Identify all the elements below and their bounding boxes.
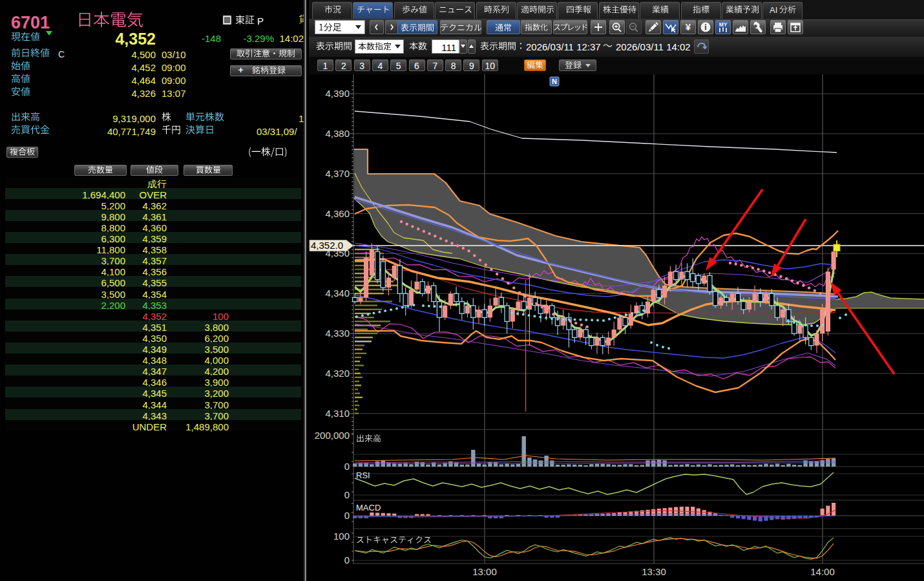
- svg-text:0: 0: [344, 510, 350, 521]
- svg-text:13:30: 13:30: [642, 566, 666, 577]
- svg-text:4,380: 4,380: [325, 128, 350, 139]
- svg-text:0: 0: [344, 555, 350, 565]
- svg-text:N: N: [552, 78, 557, 85]
- svg-text:200,000: 200,000: [315, 430, 350, 441]
- svg-text:4,360: 4,360: [325, 208, 350, 219]
- svg-text:4,320: 4,320: [325, 368, 350, 379]
- svg-text:4,340: 4,340: [325, 288, 350, 299]
- svg-text:14:00: 14:00: [810, 566, 835, 577]
- svg-text:4,350: 4,350: [325, 248, 350, 259]
- svg-text:100: 100: [333, 531, 350, 542]
- svg-text:4,370: 4,370: [325, 168, 350, 179]
- svg-text:¥: ¥: [686, 21, 691, 32]
- svg-text:0: 0: [344, 461, 350, 472]
- svg-text:4,310: 4,310: [325, 408, 350, 419]
- svg-text:0: 0: [344, 489, 350, 500]
- svg-text:4,330: 4,330: [325, 328, 350, 339]
- svg-text:13:00: 13:00: [472, 566, 497, 577]
- svg-text:MACD: MACD: [356, 503, 381, 512]
- svg-text:4,390: 4,390: [325, 88, 350, 99]
- svg-text:MY: MY: [719, 21, 728, 28]
- svg-text:RSI: RSI: [356, 470, 370, 480]
